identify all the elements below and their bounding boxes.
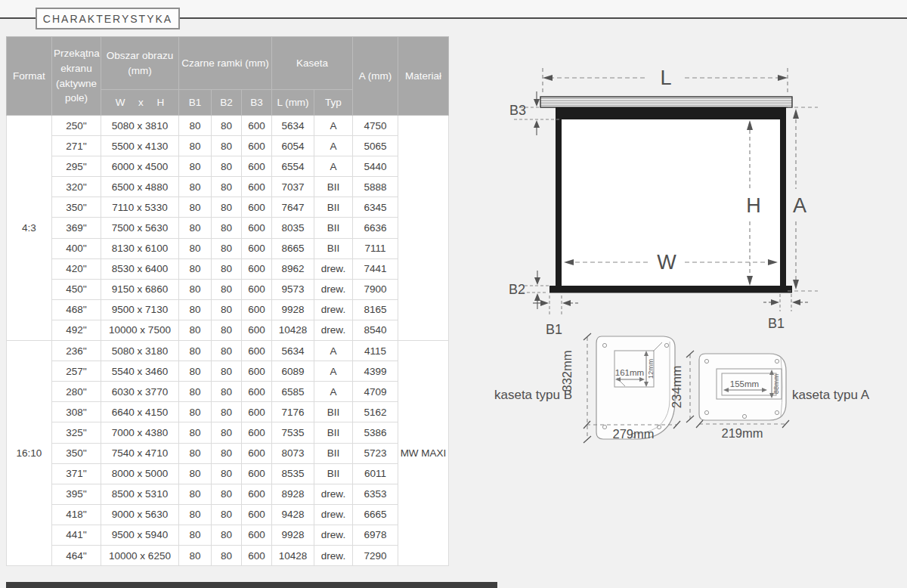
cell-l: 7535 bbox=[272, 422, 314, 443]
col-subheader-b3: B3 bbox=[242, 90, 272, 116]
cell-b2: 80 bbox=[212, 238, 242, 258]
subheader-x: x bbox=[138, 95, 144, 110]
cell-wh: 8500 x 5310 bbox=[101, 484, 179, 504]
cell-wh: 8000 x 5000 bbox=[101, 463, 179, 484]
cell-b2: 80 bbox=[212, 299, 242, 320]
cassette-a-width-label: 219mm bbox=[721, 426, 763, 440]
cell-b1: 80 bbox=[179, 320, 212, 340]
col-header-material: Materiał bbox=[398, 37, 449, 116]
table-row: 400''8130 x 610080806008665BII7111 bbox=[7, 238, 449, 258]
cell-typ: drew. bbox=[314, 320, 353, 340]
cell-wh: 9150 x 6860 bbox=[101, 279, 179, 299]
cell-typ: drew. bbox=[314, 545, 353, 565]
cell-b3: 600 bbox=[242, 197, 272, 218]
cell-l: 5634 bbox=[272, 341, 314, 361]
cassette-a-label: kaseta typu A bbox=[792, 388, 870, 402]
arrow-b1-left-out bbox=[562, 300, 571, 306]
cell-b2: 80 bbox=[212, 402, 242, 422]
table-row: 4:3250''5080 x 381080806005634A4750 bbox=[7, 116, 449, 136]
cell-diagonal: 369'' bbox=[52, 218, 101, 238]
cell-l: 6554 bbox=[272, 156, 314, 177]
cell-typ: BII bbox=[314, 177, 353, 197]
cassette-b-shell bbox=[596, 336, 675, 439]
dim-label-b3: B3 bbox=[509, 103, 526, 118]
cell-b1: 80 bbox=[179, 279, 212, 299]
cell-b1: 80 bbox=[179, 156, 212, 177]
cell-b1: 80 bbox=[179, 545, 212, 565]
col-subheader-b2: B2 bbox=[212, 90, 242, 116]
cell-typ: BII bbox=[314, 402, 353, 422]
cell-wh: 8130 x 6100 bbox=[101, 238, 179, 258]
cell-b3: 600 bbox=[242, 545, 272, 565]
cell-a: 5065 bbox=[353, 136, 398, 156]
table-row: 468''9500 x 713080806009928drew.8165 bbox=[7, 299, 449, 320]
dim-label-b2: B2 bbox=[509, 282, 525, 297]
cell-a: 6636 bbox=[353, 218, 398, 238]
cell-b2: 80 bbox=[212, 279, 242, 299]
col-header-diagonal: Przekątna ekranu (aktywne pole) bbox=[52, 37, 101, 116]
cell-wh: 7000 x 4380 bbox=[101, 422, 179, 443]
cell-diagonal: 250'' bbox=[52, 116, 101, 136]
arrow-a-up bbox=[793, 109, 799, 119]
cell-l: 7647 bbox=[272, 197, 314, 218]
cell-l: 7037 bbox=[272, 177, 314, 197]
cassette-b-inner-width-label: 161mm bbox=[615, 368, 644, 377]
cassette-b-label: kaseta typu B bbox=[494, 388, 572, 402]
cell-b3: 600 bbox=[242, 443, 272, 463]
format-cell: 16:10 bbox=[7, 341, 52, 566]
col-header-format: Format bbox=[7, 37, 52, 116]
cell-typ: drew. bbox=[314, 258, 353, 279]
table-row: 350''7110 x 533080806007647BII6345 bbox=[7, 197, 449, 218]
table-row: 450''9150 x 686080806009573drew.7900 bbox=[7, 279, 449, 299]
cassette-a-drawing: 155mm 88mm 234mm 219mm kaseta typu A bbox=[670, 351, 870, 440]
cell-b3: 600 bbox=[242, 484, 272, 504]
cell-typ: drew. bbox=[314, 484, 353, 504]
cell-b2: 80 bbox=[212, 361, 242, 382]
cell-diagonal: 280'' bbox=[52, 382, 101, 402]
cell-diagonal: 320'' bbox=[52, 177, 101, 197]
arrow-l-left bbox=[543, 75, 553, 81]
table-row: 16:10236''5080 x 318080806005634A4115MW … bbox=[7, 341, 449, 361]
cell-typ: drew. bbox=[314, 279, 353, 299]
col-header-cassette: Kaseta bbox=[272, 37, 353, 90]
arrow-a-down bbox=[793, 280, 799, 289]
cell-a: 7111 bbox=[353, 238, 398, 258]
cell-b2: 80 bbox=[212, 341, 242, 361]
cassette-bar bbox=[540, 97, 792, 107]
cell-l: 8535 bbox=[272, 463, 314, 484]
cell-a: 4399 bbox=[353, 361, 398, 382]
cell-typ: BII bbox=[314, 197, 353, 218]
cell-a: 4115 bbox=[353, 341, 398, 361]
table-row: 420''8530 x 640080806008962drew.7441 bbox=[7, 258, 449, 279]
col-subheader-l: L (mm) bbox=[272, 90, 314, 116]
cell-b3: 600 bbox=[242, 504, 272, 525]
diagram-svg: L H A W B3 bbox=[454, 30, 907, 469]
cell-b3: 600 bbox=[242, 136, 272, 156]
cell-b3: 600 bbox=[242, 218, 272, 238]
cell-b1: 80 bbox=[179, 504, 212, 525]
cell-b1: 80 bbox=[179, 218, 212, 238]
cell-typ: A bbox=[314, 361, 353, 382]
cell-diagonal: 257'' bbox=[52, 361, 101, 382]
cell-wh: 6030 x 3770 bbox=[101, 382, 179, 402]
cell-a: 5386 bbox=[353, 422, 398, 443]
cell-wh: 5080 x 3180 bbox=[101, 341, 179, 361]
cell-wh: 6500 x 4880 bbox=[101, 177, 179, 197]
cell-diagonal: 418'' bbox=[52, 504, 101, 525]
cell-a: 4750 bbox=[353, 116, 398, 136]
cell-wh: 7500 x 5630 bbox=[101, 218, 179, 238]
bottom-slat bbox=[549, 286, 792, 293]
table-row: 295''6000 x 450080806006554A5440 bbox=[7, 156, 449, 177]
cell-a: 8540 bbox=[353, 320, 398, 340]
cell-l: 5634 bbox=[272, 116, 314, 136]
cell-b2: 80 bbox=[212, 156, 242, 177]
dim-label-a: A bbox=[793, 194, 806, 217]
cell-a: 7900 bbox=[353, 279, 398, 299]
dim-label-h: H bbox=[746, 194, 761, 217]
cell-typ: BII bbox=[314, 218, 353, 238]
cell-diagonal: 450'' bbox=[52, 279, 101, 299]
cell-diagonal: 492'' bbox=[52, 320, 101, 340]
cell-l: 8962 bbox=[272, 258, 314, 279]
table-row: 308''6640 x 415080806007176BII5162 bbox=[7, 402, 449, 422]
material-cell bbox=[398, 116, 449, 341]
